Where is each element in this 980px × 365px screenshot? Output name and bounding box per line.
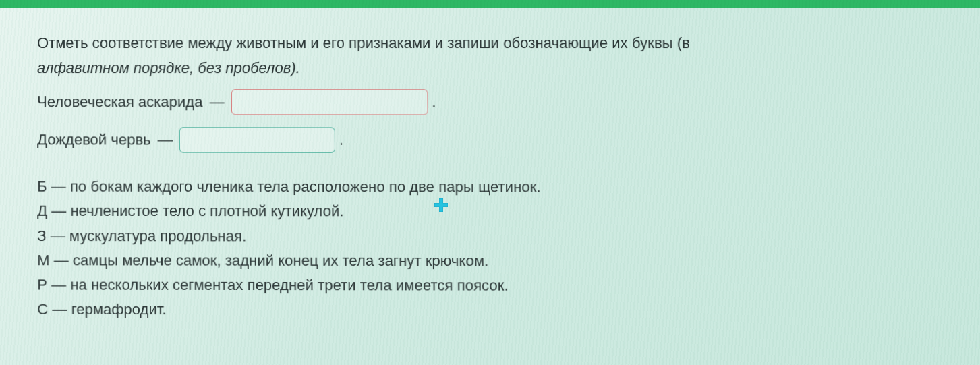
answer-row-ascarida: Человеческая аскарида — . — [37, 89, 957, 115]
trailing-period: . — [339, 132, 343, 149]
option-z: З — мускулатура продольная. — [37, 223, 958, 249]
dash: — — [52, 301, 67, 318]
exercise-content: Отметь соответствие между животным и его… — [0, 8, 980, 338]
prompt-text-line2: алфавитном порядке, без пробелов). — [37, 59, 956, 77]
option-text: самцы мельче самок, задний конец их тела… — [73, 252, 488, 269]
answer-input-earthworm[interactable] — [179, 127, 335, 152]
option-text: по бокам каждого членика тела расположен… — [70, 178, 541, 196]
answer-label-ascarida: Человеческая аскарида — [37, 93, 202, 111]
options-list: Б — по бокам каждого членика тела распол… — [37, 175, 959, 325]
option-letter: З — [37, 227, 46, 244]
option-text: нечленистое тело с плотной кутикулой. — [70, 202, 343, 220]
dash: — — [51, 178, 66, 195]
option-m: М — самцы мельче самок, задний конец их … — [37, 248, 958, 275]
option-s: С — гермафродит. — [37, 298, 959, 324]
option-letter: Б — [37, 178, 47, 195]
option-b: Б — по бокам каждого членика тела распол… — [37, 175, 958, 200]
dash: — — [51, 227, 65, 244]
answer-label-earthworm: Дождевой червь — [37, 131, 151, 148]
dash: — — [209, 93, 224, 111]
option-letter: М — [37, 252, 49, 269]
answer-row-earthworm: Дождевой червь — . — [37, 127, 957, 153]
dash: — — [51, 202, 66, 219]
window-top-bar — [0, 0, 980, 8]
dash: — — [158, 131, 173, 148]
option-r: Р — на нескольких сегментах передней тре… — [37, 273, 959, 300]
option-text: мускулатура продольная. — [69, 227, 246, 244]
option-letter: С — [37, 301, 48, 318]
option-letter: Р — [37, 277, 47, 293]
option-d: Д — нечленистое тело с плотной кутикулой… — [37, 199, 958, 225]
trailing-period: . — [432, 93, 436, 111]
prompt-text-line1: Отметь соответствие между животным и его… — [37, 32, 956, 54]
dash: — — [51, 277, 66, 293]
option-letter: Д — [37, 202, 47, 219]
option-text: гермафродит. — [71, 301, 167, 318]
dash: — — [54, 252, 69, 269]
answer-input-ascarida[interactable] — [231, 89, 428, 115]
option-text: на нескольких сегментах передней трети т… — [70, 277, 508, 294]
